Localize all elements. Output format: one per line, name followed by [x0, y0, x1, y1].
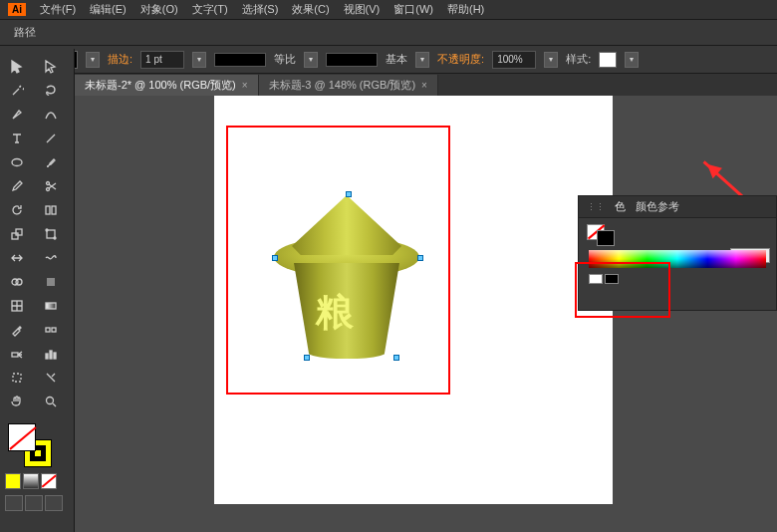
doc-tab-2-label: 未标题-3 @ 148% (RGB/预览): [269, 78, 415, 93]
shape-builder-tool[interactable]: [0, 270, 34, 294]
perspective-tool[interactable]: [34, 270, 68, 294]
scale-tool[interactable]: [0, 222, 34, 246]
cap-drop[interactable]: ▾: [415, 52, 429, 68]
selection-handle[interactable]: [417, 255, 423, 261]
draw-mode-behind[interactable]: [25, 495, 43, 511]
close-icon[interactable]: ×: [242, 80, 248, 91]
color-spectrum[interactable]: [589, 250, 766, 268]
svg-point-11: [16, 279, 22, 285]
menu-window[interactable]: 窗口(W): [393, 2, 433, 17]
menu-file[interactable]: 文件(F): [40, 2, 76, 17]
selection-tool[interactable]: [0, 55, 34, 79]
selection-handle[interactable]: [346, 191, 352, 197]
artboard[interactable]: 粮: [214, 96, 613, 504]
reflect-tool[interactable]: [34, 198, 68, 222]
doc-tab-1[interactable]: 未标题-2* @ 100% (RGB/预览) ×: [75, 75, 259, 96]
color-mode-gradient[interactable]: [23, 473, 39, 489]
eyedropper-tool[interactable]: [0, 318, 34, 342]
panel-tab-guide[interactable]: 颜色参考: [636, 199, 679, 214]
draw-mode-normal[interactable]: [5, 495, 23, 511]
draw-mode-inside[interactable]: [45, 495, 63, 511]
doc-tab-1-label: 未标题-2* @ 100% (RGB/预览): [85, 78, 236, 93]
style-swatch[interactable]: [599, 52, 617, 68]
menu-effect[interactable]: 效果(C): [292, 2, 329, 17]
fill-stroke-indicator[interactable]: [8, 423, 52, 467]
menu-view[interactable]: 视图(V): [344, 2, 381, 17]
stroke-dropdown[interactable]: ▾: [86, 52, 100, 68]
fill-box[interactable]: [8, 423, 36, 451]
direct-select-tool[interactable]: [34, 55, 68, 79]
tools-panel: [0, 49, 75, 532]
menu-select[interactable]: 选择(S): [242, 2, 279, 17]
slice-tool[interactable]: [34, 366, 68, 390]
svg-rect-18: [46, 354, 48, 359]
app-logo: Ai: [8, 3, 26, 16]
stroke-label: 描边:: [108, 52, 132, 67]
magic-wand-tool[interactable]: [0, 79, 34, 103]
curvature-tool[interactable]: [34, 103, 68, 127]
blend-tool[interactable]: [34, 318, 68, 342]
scale-drop[interactable]: ▾: [304, 52, 318, 68]
pencil-tool[interactable]: [0, 174, 34, 198]
black-swatch[interactable]: [605, 274, 619, 284]
free-transform-tool[interactable]: [34, 222, 68, 246]
lasso-tool[interactable]: [34, 79, 68, 103]
control-strip-left: 路径: [0, 20, 777, 46]
selection-handle[interactable]: [393, 355, 399, 361]
panel-stroke-swatch[interactable]: [597, 230, 615, 246]
pen-tool[interactable]: [0, 103, 34, 127]
workspace: 未标题-2* @ 100% (RGB/预览) × 未标题-3 @ 148% (R…: [75, 96, 777, 532]
line-tool[interactable]: [34, 127, 68, 150]
menu-object[interactable]: 对象(O): [140, 2, 178, 17]
svg-rect-14: [46, 303, 56, 309]
gradient-tool[interactable]: [34, 294, 68, 318]
stroke-preview[interactable]: [214, 53, 266, 67]
zoom-tool[interactable]: [34, 390, 68, 413]
opacity-input[interactable]: [492, 51, 536, 69]
stroke-weight-input[interactable]: [140, 51, 184, 69]
scissors-tool[interactable]: [34, 174, 68, 198]
panel-fill-stroke[interactable]: [587, 224, 617, 244]
opacity-drop[interactable]: ▾: [544, 52, 558, 68]
hand-tool[interactable]: [0, 390, 34, 413]
menu-edit[interactable]: 编辑(E): [90, 2, 127, 17]
menu-bar: Ai 文件(F) 编辑(E) 对象(O) 文字(T) 选择(S) 效果(C) 视…: [0, 0, 777, 20]
svg-rect-21: [13, 374, 21, 382]
menu-type[interactable]: 文字(T): [192, 2, 228, 17]
svg-rect-6: [16, 229, 22, 235]
annotation-box-panel: [575, 262, 670, 318]
ellipse-tool[interactable]: [0, 150, 34, 174]
style-label: 样式:: [566, 52, 591, 67]
panel-grip-icon[interactable]: ⋮⋮: [587, 202, 605, 212]
symbol-sprayer-tool[interactable]: [0, 342, 34, 366]
selection-type-label: 路径: [14, 25, 36, 40]
close-icon[interactable]: ×: [421, 80, 427, 91]
type-tool[interactable]: [0, 127, 34, 150]
stroke-weight-drop[interactable]: ▾: [192, 52, 206, 68]
color-mode-bar: [5, 473, 74, 489]
svg-rect-12: [47, 278, 55, 286]
selection-handle[interactable]: [272, 255, 278, 261]
svg-rect-17: [12, 353, 18, 357]
column-graph-tool[interactable]: [34, 342, 68, 366]
selection-handle[interactable]: [304, 355, 310, 361]
artboard-tool[interactable]: [0, 366, 34, 390]
brush-preview[interactable]: [326, 53, 378, 67]
svg-rect-19: [50, 351, 52, 359]
color-panel: ⋮⋮ 色 颜色参考 #: [578, 195, 777, 311]
style-drop[interactable]: ▾: [625, 52, 639, 68]
width-tool[interactable]: [0, 246, 34, 270]
scale-label: 等比: [274, 52, 296, 67]
doc-tab-2[interactable]: 未标题-3 @ 148% (RGB/预览) ×: [259, 75, 438, 96]
color-mode-none[interactable]: [41, 473, 57, 489]
panel-tab-color[interactable]: 色: [615, 199, 626, 214]
svg-rect-3: [46, 206, 50, 214]
warp-tool[interactable]: [34, 246, 68, 270]
menu-help[interactable]: 帮助(H): [447, 2, 484, 17]
color-mode-solid[interactable]: [5, 473, 21, 489]
mesh-tool[interactable]: [0, 294, 34, 318]
rotate-tool[interactable]: [0, 198, 34, 222]
white-swatch[interactable]: [589, 274, 603, 284]
paintbrush-tool[interactable]: [34, 150, 68, 174]
svg-rect-16: [52, 328, 56, 332]
